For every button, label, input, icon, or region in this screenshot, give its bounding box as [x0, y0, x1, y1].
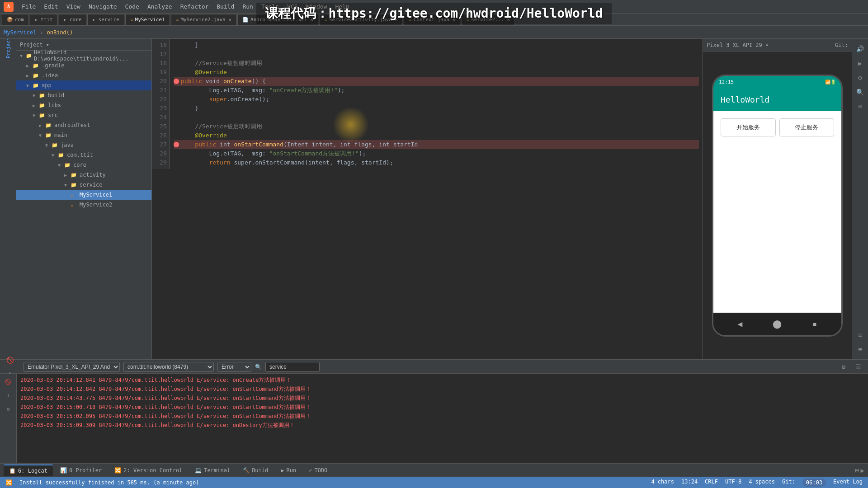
level-select[interactable]: Error Debug Info Warn Verbose — [217, 362, 251, 372]
logcat-icon-1[interactable]: 🚫 — [4, 354, 16, 366]
logcat-layout[interactable]: ☰ — [852, 361, 864, 373]
breadcrumb-bar: MyService1 › onBind() — [0, 26, 868, 39]
code-content[interactable]: } //Service被创建时调用 @Override — [170, 39, 703, 359]
menu-build[interactable]: Build — [213, 2, 238, 11]
phone-start-btn[interactable]: 开始服务 — [721, 118, 776, 136]
menu-vcs[interactable]: VCS — [283, 2, 301, 11]
bottom-tab-terminal[interactable]: 💻 Terminal — [189, 465, 236, 476]
left-tab-project[interactable]: Project — [1, 41, 15, 55]
tree-core-label: core — [73, 162, 86, 168]
editor-phone-area: 16 17 18 19 20 21 22 23 24 25 26 27 28 2… — [152, 39, 868, 359]
logcat-settings[interactable]: ⚙ — [837, 361, 850, 373]
tab-service[interactable]: ▸ service — [87, 14, 124, 25]
code-line-21: Log.e(TAG, msg: "onCreate方法被调用!"); — [174, 86, 699, 95]
tree-build[interactable]: ▼ 📁 build — [16, 90, 151, 100]
phone-stop-btn[interactable]: 停止服务 — [779, 118, 835, 136]
tree-idea[interactable]: ▶ 📁 .idea — [16, 70, 151, 80]
menu-refactor[interactable]: Refactor — [177, 2, 212, 11]
tree-service-folder[interactable]: ▼ 📁 service — [16, 180, 151, 190]
menu-navigate[interactable]: Navigate — [85, 2, 121, 11]
emulator-select[interactable]: Emulator Pixel_3_XL_API_29 And — [24, 362, 120, 372]
tab-myservice1[interactable]: ☕ MyService1 — [125, 14, 170, 25]
logcat-search-input[interactable] — [265, 362, 320, 372]
tree-androidtest[interactable]: ▶ 📁 androidTest — [16, 120, 151, 130]
logcat-left-icon-3[interactable]: ⚙ — [2, 403, 14, 415]
tab-com[interactable]: 📦 com — [2, 14, 29, 25]
logcat-left-icon-2[interactable]: ⬇ — [2, 389, 14, 402]
tree-comttit-label: com.ttit — [67, 152, 93, 158]
menu-tools[interactable]: Tools — [258, 2, 283, 11]
profiler-tab-icon: 📊 — [60, 467, 67, 474]
tree-myservice1-label: MyService1 — [80, 192, 112, 198]
right-icon-2[interactable]: ▶ — [854, 57, 867, 70]
tree-main-label: main — [54, 132, 67, 138]
right-icon-5[interactable]: ⌨ — [854, 100, 867, 113]
log-line-2: 2020-03-03 20:14:12.842 8479-8479/com.tt… — [20, 385, 864, 394]
bottom-tab-vcs[interactable]: 🔀 2: Version Control — [109, 465, 188, 476]
bottom-tab-todo[interactable]: ✓ TODO — [303, 465, 333, 476]
menu-help[interactable]: Help — [332, 2, 353, 11]
tree-src[interactable]: ▼ 📁 src — [16, 110, 151, 120]
tree-activity[interactable]: ▶ 📁 activity — [16, 170, 151, 180]
breadcrumb-onbind: onBind() — [47, 29, 73, 36]
status-bar: 🔀 Install successfully finished in 585 m… — [0, 477, 868, 488]
tab-myservice2[interactable]: ☕ MyService2.java × — [171, 14, 236, 25]
tree-gradle[interactable]: ▶ 📁 .gradle — [16, 61, 151, 70]
menu-window[interactable]: Window — [302, 2, 331, 11]
right-icon-7[interactable]: ≡ — [854, 343, 867, 356]
bottom-tab-profiler[interactable]: 📊 0 Profiler — [55, 465, 107, 476]
tree-helloworld-label: HelloWorld D:\workspace\ttit\android\... — [34, 49, 151, 62]
package-select[interactable]: com.ttit.helloworld (8479) — [123, 362, 214, 372]
tab-service2[interactable]: ☕ service2... × — [461, 14, 515, 25]
bottom-tab-build[interactable]: 🔨 Build — [237, 465, 274, 476]
profiler-tab-label: 0 Profiler — [69, 467, 102, 474]
tree-libs[interactable]: ▶ 📁 libs — [16, 100, 151, 110]
menu-code[interactable]: Code — [122, 2, 143, 11]
vcs-tab-icon: 🔀 — [114, 467, 121, 474]
bottom-tab-run[interactable]: ▶ Run — [275, 465, 302, 476]
vcs-tab-label: 2: Version Control — [123, 467, 182, 474]
tree-app-label: app — [42, 82, 52, 89]
menu-edit[interactable]: Edit — [40, 2, 61, 11]
tab-core[interactable]: ▸ core — [59, 14, 87, 25]
logcat-left-icon-1[interactable]: 🚫 — [2, 375, 14, 388]
project-title: Project ▾ — [20, 42, 49, 48]
right-icon-1[interactable]: 🔊 — [854, 42, 867, 55]
tree-java[interactable]: ▼ 📁 java — [16, 140, 151, 150]
todo-tab-icon: ✓ — [309, 467, 312, 474]
phone-status-bar: 12:15 📶🔋 — [713, 76, 841, 89]
status-charset: UTF-8 — [725, 479, 741, 487]
right-icon-3[interactable]: ⚙ — [854, 71, 867, 84]
code-line-18: //Service被创建时调用 — [174, 59, 699, 68]
build-tab-icon: 🔨 — [243, 467, 250, 474]
tab-service2activity[interactable]: ☕ Service2Activity.java × — [319, 14, 403, 25]
status-event-log[interactable]: Event Log — [833, 479, 863, 487]
content-row: Project Project ▾ ▼ 📁 HelloWorld D:\work… — [0, 39, 868, 359]
explorer-toggle-icon[interactable]: ▶ — [861, 467, 864, 474]
menu-run[interactable]: Run — [239, 2, 256, 11]
right-icon-6[interactable]: ≡ — [854, 328, 867, 341]
phone-back-btn[interactable]: ◀ — [738, 319, 743, 328]
tree-helloworld[interactable]: ▼ 📁 HelloWorld D:\workspace\ttit\android… — [16, 51, 151, 61]
tree-myservice2[interactable]: ☕ MyService2 — [16, 200, 151, 210]
status-time[interactable]: 06:03 — [802, 479, 826, 487]
phone-app-title: HelloWorld — [721, 95, 769, 104]
layout-toggle-icon[interactable]: ⊞ — [855, 467, 859, 474]
phone-container: 12:15 📶🔋 HelloWorld 开始服务 停止服务 — [703, 52, 852, 359]
tree-main[interactable]: ▼ 📁 main — [16, 130, 151, 140]
tab-manifest[interactable]: 📄 AndroidManifest.xml × — [237, 14, 318, 25]
tree-app[interactable]: ▼ 📁 app — [16, 80, 151, 90]
menu-analyze[interactable]: Analyze — [144, 2, 176, 11]
phone-recent-btn[interactable]: ▪ — [812, 319, 817, 328]
tree-myservice1[interactable]: ☕ MyService1 — [16, 190, 151, 200]
bottom-tab-logcat[interactable]: 📋 6: Logcat — [4, 465, 53, 476]
menu-view[interactable]: View — [63, 2, 84, 11]
right-icon-4[interactable]: 🔍 — [854, 86, 867, 99]
tree-comttit[interactable]: ▼ 📁 com.ttit — [16, 150, 151, 160]
menu-file[interactable]: File — [18, 2, 39, 11]
tree-core[interactable]: ▼ 📁 core — [16, 160, 151, 170]
tab-ttit[interactable]: ▸ ttit — [30, 14, 58, 25]
log-line-6: 2020-03-03 20:15:09.309 8479-8479/com.tt… — [20, 421, 864, 430]
phone-home-btn[interactable]: ⬤ — [773, 319, 782, 328]
tab-context[interactable]: ☕ Context.java × — [404, 14, 460, 25]
